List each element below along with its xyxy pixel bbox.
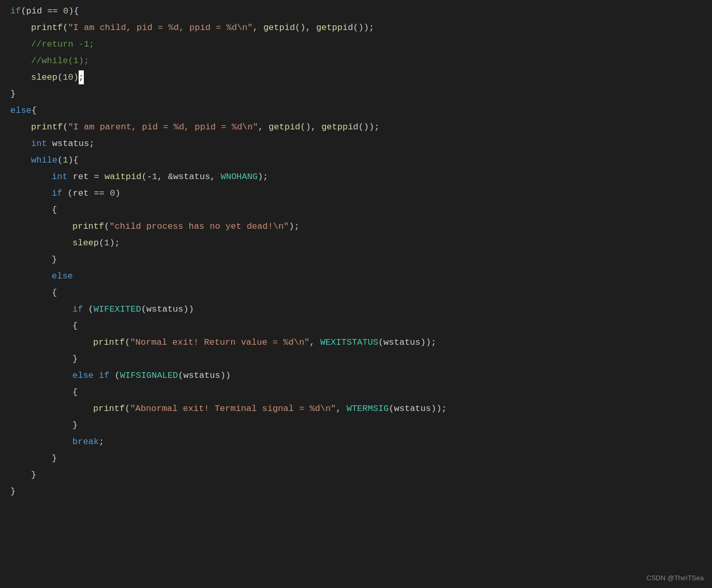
code-line-1: if(pid == 0){ <box>0 4 712 21</box>
code-line-8: printf("I am parent, pid = %d, ppid = %d… <box>0 120 712 137</box>
code-line-2: printf("I am child, pid = %d, ppid = %d\… <box>0 21 712 37</box>
watermark: CSDN @TheITSea <box>646 574 704 582</box>
code-line-25: printf("Abnormal exit! Terminal signal =… <box>0 402 712 418</box>
code-line-28: } <box>0 451 712 468</box>
code-line-13: { <box>0 203 712 219</box>
code-line-15: sleep(1); <box>0 236 712 253</box>
code-line-23: else if (WIFSIGNALED(wstatus)) <box>0 369 712 385</box>
code-line-27: break; <box>0 435 712 451</box>
code-line-22: } <box>0 352 712 369</box>
code-line-21: printf("Normal exit! Return value = %d\n… <box>0 335 712 352</box>
code-line-12: if (ret == 0) <box>0 186 712 203</box>
code-line-10: while(1){ <box>0 153 712 170</box>
code-line-6: } <box>0 87 712 104</box>
code-line-20: { <box>0 319 712 335</box>
code-editor: if(pid == 0){ printf("I am child, pid = … <box>0 0 712 505</box>
code-line-17: else <box>0 269 712 286</box>
code-line-29: } <box>0 468 712 484</box>
code-line-26: } <box>0 418 712 435</box>
code-line-19: if (WIFEXITED(wstatus)) <box>0 302 712 319</box>
keyword-if: if <box>10 4 21 18</box>
code-line-5: sleep(10); <box>0 70 712 87</box>
code-line-30: } <box>0 484 712 501</box>
code-line-4: //while(1); <box>0 54 712 70</box>
code-line-9: int wstatus; <box>0 137 712 153</box>
code-line-7: else{ <box>0 104 712 120</box>
code-line-16: } <box>0 253 712 269</box>
code-line-18: { <box>0 286 712 302</box>
code-line-11: int ret = waitpid(-1, &wstatus, WNOHANG)… <box>0 170 712 186</box>
code-line-3: //return -1; <box>0 37 712 54</box>
code-line-24: { <box>0 385 712 402</box>
code-line-14: printf("child process has no yet dead!\n… <box>0 219 712 236</box>
